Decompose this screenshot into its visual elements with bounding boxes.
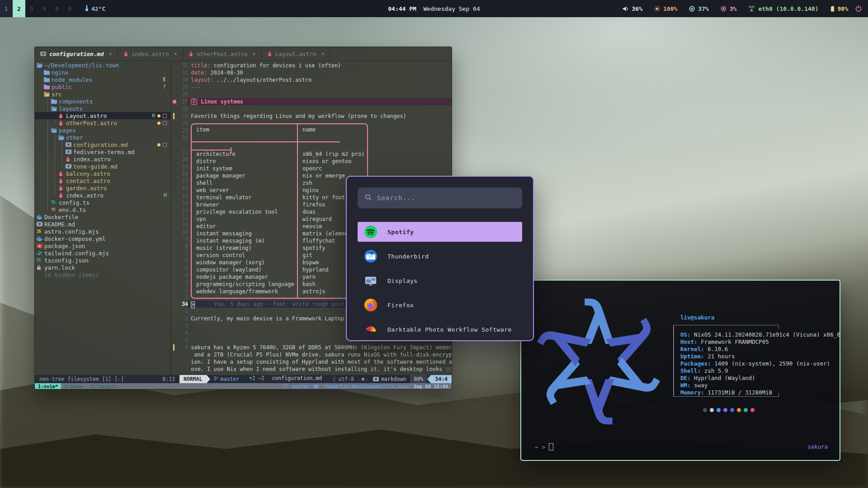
docker-icon bbox=[37, 215, 44, 220]
tree-item-README.md[interactable]: MREADME.md bbox=[35, 221, 170, 228]
tree-item-pages[interactable]: pages bbox=[35, 127, 170, 134]
network-module[interactable]: eth0 (10.0.0.140) bbox=[748, 5, 818, 12]
tmux-window-2:node-[interactable]: 2:node- bbox=[61, 383, 87, 389]
close-tab-icon[interactable]: × bbox=[321, 51, 324, 57]
ts-orange-icon: TS bbox=[51, 207, 59, 212]
tree-item-otherPost.astro[interactable]: otherPost.astro bbox=[35, 119, 170, 127]
launcher-item-Darktable Photo Workflow Software[interactable]: Darktable Photo Workflow Software bbox=[358, 319, 522, 339]
launcher-item-Spotify[interactable]: Spotify bbox=[358, 222, 522, 242]
prompt-symbol: > bbox=[542, 444, 546, 450]
astro-icon bbox=[58, 113, 66, 118]
filetype-indicator: M markdown bbox=[369, 375, 410, 383]
gpu-module[interactable]: 3% bbox=[721, 5, 737, 12]
tab-configuration.md[interactable]: Mconfiguration.md× bbox=[35, 47, 118, 61]
power-button[interactable] bbox=[855, 5, 868, 12]
cpu-module[interactable]: 37% bbox=[689, 5, 708, 12]
launcher-item-Displays[interactable]: Displays bbox=[358, 271, 522, 291]
palette-dot bbox=[744, 408, 748, 412]
tree-item-(6 hidden items)[interactable]: (6 hidden items) bbox=[35, 271, 170, 278]
tree-item-tone-guide.md[interactable]: Mtone-guide.md bbox=[35, 163, 170, 170]
table-row: shellzsh bbox=[192, 179, 367, 187]
tmux-window-3:lazygit[interactable]: 3:lazygit bbox=[88, 383, 120, 389]
folder-open-icon bbox=[51, 106, 59, 111]
table-row: nodejs package manageryarn bbox=[192, 273, 367, 281]
statusline: neo-tree filesystem [1] [-] 8:13 NORMAL … bbox=[35, 375, 452, 383]
tree-item-fediverse-terms.md[interactable]: Mfediverse-terms.md bbox=[35, 148, 170, 155]
tmux-window-1:nvim*[interactable]: 1:nvim* bbox=[35, 383, 61, 389]
tree-item-index.astro[interactable]: index.astroH bbox=[35, 192, 170, 199]
tree-item-nginx[interactable]: nginx bbox=[35, 69, 170, 76]
tree-item-other[interactable]: other bbox=[35, 134, 170, 141]
tree-item-src[interactable]: src bbox=[35, 90, 170, 98]
git-modified-count: ~2 bbox=[257, 375, 266, 383]
fetch-field-Host: Host: Framework FRANMDCP05 bbox=[680, 338, 840, 346]
firefox-icon bbox=[364, 298, 377, 312]
table-row: init systemopenrc bbox=[192, 165, 367, 172]
tab-index.astro[interactable]: index.astro× bbox=[118, 47, 183, 61]
tree-item-node_modules[interactable]: node_modulesE bbox=[35, 76, 170, 83]
brightness-module[interactable]: 100% bbox=[654, 5, 677, 12]
tree-item-astro.config.mjs[interactable]: JSastro.config.mjs bbox=[35, 228, 170, 235]
tree-item-index.astro[interactable]: index.astro bbox=[35, 155, 170, 163]
clock: 04:44 PM Wednesday Sep 04 bbox=[388, 5, 480, 12]
astro-icon bbox=[267, 51, 272, 56]
tree-item-tailwind.config.mjs[interactable]: tailwind.config.mjs bbox=[35, 249, 170, 257]
buffer-line: 32title: configuration for devices i use… bbox=[171, 62, 452, 69]
tree-item-components[interactable]: components bbox=[35, 98, 170, 105]
close-tab-icon[interactable]: × bbox=[108, 51, 112, 57]
ts-icon: TS bbox=[51, 200, 59, 205]
volume-module[interactable]: 36% bbox=[623, 5, 642, 12]
launcher-search-input[interactable]: Search... bbox=[358, 188, 522, 208]
tree-item-contact.astro[interactable]: contact.astro bbox=[35, 177, 170, 184]
shell-prompt[interactable]: ~ > bbox=[535, 443, 553, 450]
fetch-field-Shell: Shell: zsh 5.9 bbox=[680, 367, 840, 375]
table-row: version controlgit bbox=[192, 252, 367, 259]
tree-item-Dockerfile[interactable]: Dockerfile bbox=[35, 213, 170, 221]
spotify-icon bbox=[364, 225, 377, 239]
workspace-1[interactable]: 1 bbox=[0, 0, 13, 17]
workspace-2[interactable]: 2 bbox=[13, 0, 25, 17]
js-icon: JS bbox=[37, 229, 44, 234]
tree-item-balcony.astro[interactable]: balcony.astro bbox=[35, 170, 170, 177]
tmux-windows: 1:nvim*2:node-3:lazygit bbox=[35, 383, 119, 389]
workspace-4[interactable]: 4 bbox=[38, 0, 51, 17]
tree-item-env.d.ts[interactable]: TSenv.d.ts bbox=[35, 206, 170, 213]
palette-dot bbox=[703, 408, 707, 412]
workspace-3[interactable]: 3 bbox=[25, 0, 38, 17]
table-row: instant messagingmatrix (element) bbox=[192, 230, 367, 237]
palette-dot bbox=[717, 408, 721, 412]
tree-item-docker-compose.yml[interactable]: docker-compose.yml bbox=[35, 235, 170, 242]
tree-item-public[interactable]: public? bbox=[35, 83, 170, 90]
launcher-item-Firefox[interactable]: Firefox bbox=[358, 295, 522, 315]
powerline-separator bbox=[332, 375, 335, 383]
vim-cursor: > bbox=[191, 301, 195, 308]
fetch-box-border bbox=[673, 325, 779, 329]
table-row: programming/scripting languagebash bbox=[192, 281, 367, 288]
tree-item-~/Development/liv.town[interactable]: ~/Development/liv.town bbox=[35, 61, 170, 69]
fetch-field-WM: WM: sway bbox=[680, 382, 840, 389]
tree-item-Layout.astro[interactable]: Layout.astroH bbox=[35, 112, 170, 119]
battery-module[interactable]: 98% bbox=[830, 5, 848, 12]
close-tab-icon[interactable]: × bbox=[174, 51, 177, 57]
tree-item-tsconfig.json[interactable]: TStsconfig.json bbox=[35, 257, 170, 264]
tree-item-yarn.lock[interactable]: yarn.lock bbox=[35, 264, 170, 271]
tree-item-layouts[interactable]: layouts bbox=[35, 105, 170, 112]
close-tab-icon[interactable]: × bbox=[253, 51, 256, 57]
neotree-status: neo-tree filesystem [1] [-] bbox=[39, 376, 124, 382]
tree-item-config.ts[interactable]: TSconfig.ts bbox=[35, 199, 170, 206]
workspace-8[interactable]: 8 bbox=[51, 0, 63, 17]
tab-Layout.astro[interactable]: Layout.astro× bbox=[262, 47, 330, 61]
tree-item-garden.astro[interactable]: garden.astro bbox=[35, 184, 170, 192]
tree-item-package.json[interactable]: npackage.json bbox=[35, 242, 170, 249]
temperature-widget: 42°C bbox=[85, 5, 105, 13]
markdown-icon: M bbox=[37, 222, 44, 226]
tmux-path: /home/liv/Development/liv.town bbox=[323, 384, 409, 389]
astro-icon bbox=[58, 171, 66, 176]
buffer-line: 1Linux systems27 bbox=[171, 98, 452, 105]
darktable-icon bbox=[364, 323, 377, 336]
tab-otherPost.astro[interactable]: otherPost.astro× bbox=[183, 47, 262, 61]
launcher-item-Thunderbird[interactable]: Thunderbird bbox=[358, 246, 522, 266]
system-modules: 36%100%37%3%eth0 (10.0.0.140)98% bbox=[623, 5, 855, 12]
tree-item-configuration.md[interactable]: Mconfiguration.md bbox=[35, 141, 170, 148]
workspace-9[interactable]: 9 bbox=[63, 0, 76, 17]
